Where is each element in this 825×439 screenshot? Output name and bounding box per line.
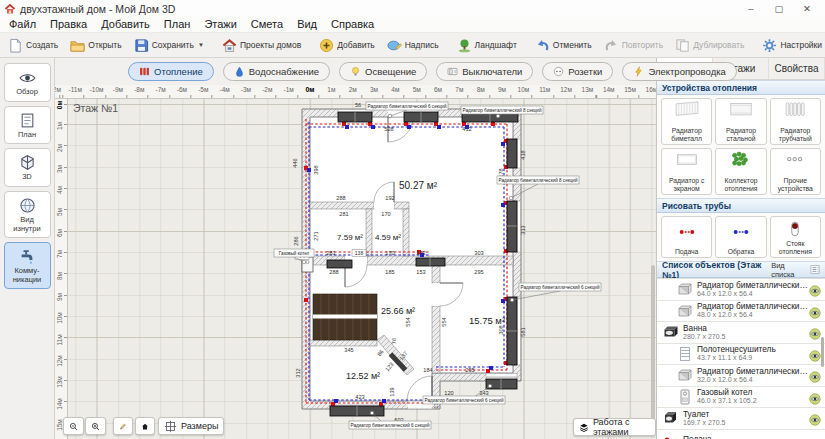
menu-этажи[interactable]: Этажи [197, 17, 243, 32]
object-name: Подача [683, 435, 821, 439]
panel-tab-свойства[interactable]: Свойства [769, 58, 825, 79]
svg-text:76: 76 [391, 338, 397, 344]
house-projects-icon [222, 38, 237, 53]
mode-tab-socket[interactable]: Розетки [542, 62, 613, 81]
pipe-tool-return-line[interactable]: Обратка [715, 216, 766, 258]
menu-справка[interactable]: Справка [324, 17, 381, 32]
measure-pencil-button[interactable] [113, 417, 133, 435]
sidebar-plan-doc[interactable]: План [4, 106, 51, 145]
floor-plan[interactable]: 5652841244639828627131241817831330858128… [55, 85, 656, 439]
svg-text:138: 138 [355, 250, 364, 256]
undo-icon [535, 38, 550, 53]
h-ruler-label: 6м [428, 86, 448, 93]
object-row-0[interactable]: Радиатор биметаллический 8 с…64.0 x 12.0… [657, 279, 825, 301]
home-view-button[interactable] [135, 417, 155, 435]
mode-tab-lightning-bolt[interactable]: Электропроводка [622, 62, 736, 81]
mode-tab-bar: ОтоплениеВодоснабжениеОсвещениеВыключате… [55, 58, 656, 85]
canvas-scrollbar[interactable] [651, 265, 655, 425]
device-radiator-tube[interactable]: Радиатор трубчатый [770, 98, 821, 145]
menu-правка[interactable]: Правка [43, 17, 94, 32]
object-name: Радиатор биметаллический 4 с… [697, 367, 809, 376]
other-devices-icon [773, 149, 817, 177]
close-button[interactable]: ✕ [793, 3, 821, 14]
svg-text:398: 398 [313, 165, 319, 174]
svg-text:Радиатор биметаллический 6 сек: Радиатор биметаллический 6 секций [350, 422, 429, 428]
object-row-4[interactable]: Радиатор биметаллический 4 с…32.0 x 12.0… [657, 365, 825, 387]
horizontal-ruler: -12м-11м-10м-9м-8м-7м-6м-5м-4м-3м-2м-1м0… [55, 85, 656, 99]
v-ruler-label: 12м [56, 352, 66, 370]
mode-tab-light-bulb[interactable]: Освещение [339, 62, 427, 81]
h-ruler-label: 1м [321, 86, 341, 93]
staircase[interactable] [313, 294, 377, 340]
label-balloon-icon [387, 38, 402, 53]
dimensions-icon [164, 420, 177, 433]
return-line-icon [731, 224, 751, 240]
menu-вид[interactable]: Вид [290, 17, 324, 32]
toolbar-label-balloon[interactable]: Надпись [381, 33, 445, 57]
sizes-button[interactable]: Размеры [158, 417, 224, 435]
toolbar-new-doc[interactable]: Создать [2, 33, 64, 57]
object-row-3[interactable]: Полотенцесушитель43.7 x 11.1 x 64.9 [657, 344, 825, 366]
mode-tab-water-drop[interactable]: Водоснабжение [223, 62, 330, 81]
device-collector[interactable]: Коллектор отопления [715, 148, 766, 195]
eye-badge-icon [809, 350, 821, 362]
sidebar-faucet[interactable]: Комму- никации [4, 242, 51, 289]
visibility-toggle[interactable] [809, 283, 821, 295]
pipe-tool-supply-line[interactable]: Подача [661, 216, 712, 258]
svg-text:Радиатор биметаллический 8 сек: Радиатор биметаллический 8 секций [498, 177, 577, 183]
eye-badge-icon [809, 285, 821, 297]
toolbar-save[interactable]: Сохранить▼ [128, 33, 210, 57]
zoom-out-button[interactable] [63, 417, 84, 435]
visibility-toggle[interactable] [809, 369, 821, 381]
toolbar-undo[interactable]: Отменить [529, 33, 598, 57]
maximize-button[interactable]: ▢ [765, 3, 793, 14]
toolbar-open-folder[interactable]: Открыть [64, 33, 127, 57]
visibility-toggle[interactable] [809, 412, 821, 424]
object-row-6[interactable]: Туалет169.7 x 270.5 [657, 408, 825, 430]
toolbar-landscape-tree[interactable]: Ландшафт [451, 33, 523, 57]
device-radiator-steel[interactable]: Радиатор стальной [715, 98, 766, 145]
toolbar-house-projects[interactable]: Проекты домов [216, 33, 307, 57]
visibility-toggle[interactable] [809, 348, 821, 360]
sidebar-eye[interactable]: Обзор [4, 63, 51, 102]
plan-canvas[interactable]: 5652841244639828627131241817831330858128… [55, 85, 656, 439]
collector-icon [719, 149, 763, 177]
h-ruler-label: 2м [343, 86, 363, 93]
menu-смета[interactable]: Смета [244, 17, 290, 32]
sidebar-cube-3d[interactable]: 3D [4, 148, 51, 187]
svg-text:50.27 м²: 50.27 м² [399, 180, 438, 191]
v-ruler-label: 0м [56, 96, 66, 114]
mode-tab-heating-radiator[interactable]: Отопление [128, 62, 214, 81]
visibility-toggle[interactable] [809, 326, 821, 338]
dropdown-caret[interactable]: ▼ [198, 42, 204, 48]
pipes-section-header: Рисовать трубы [657, 198, 825, 213]
eye-badge-icon [809, 393, 821, 405]
device-other-devices[interactable]: Прочие устройства [770, 148, 821, 195]
visibility-toggle[interactable] [809, 305, 821, 317]
device-radiator-screen[interactable]: Радиатор с экраном [661, 148, 712, 195]
object-list-scrollbar[interactable] [821, 337, 824, 367]
toolbar-settings-gear[interactable]: Настройки [756, 33, 825, 57]
svg-text:303: 303 [474, 250, 483, 256]
mode-tab-switch-plate[interactable]: Выключатели [436, 62, 533, 81]
object-row-7[interactable]: Подача [657, 430, 825, 439]
device-radiator-bimetal[interactable]: Радиатор биметалл [661, 98, 712, 145]
eye-badge-icon [809, 371, 821, 383]
menu-файл[interactable]: Файл [2, 17, 43, 32]
zoom-in-button[interactable] [85, 417, 106, 435]
floors-button[interactable]: Работа с этажами [573, 418, 656, 436]
menu-добавить[interactable]: Добавить [94, 17, 157, 32]
object-row-1[interactable]: Радиатор биметаллический 6 с…48.0 x 12.0… [657, 301, 825, 323]
visibility-toggle[interactable] [809, 391, 821, 403]
object-row-2[interactable]: Ванна280.7 x 270.5 [657, 322, 825, 344]
save-icon [134, 38, 149, 53]
sidebar-inside-view[interactable]: Вид изнутри [4, 191, 51, 238]
minimize-button[interactable]: – [737, 3, 765, 14]
menu-план[interactable]: План [157, 17, 198, 32]
left-sidebar: ОбзорПлан3DВид изнутриКомму- никации [0, 58, 55, 439]
pipe-tool-riser[interactable]: Стояк отопления [770, 216, 821, 258]
toolbar-add-plus[interactable]: Добавить [313, 33, 381, 57]
pencil-icon [119, 420, 127, 433]
list-view-mode-button[interactable]: Вид списка [771, 261, 820, 279]
object-row-5[interactable]: Газовый котел46.0 x 37.1 x 105.2 [657, 387, 825, 409]
